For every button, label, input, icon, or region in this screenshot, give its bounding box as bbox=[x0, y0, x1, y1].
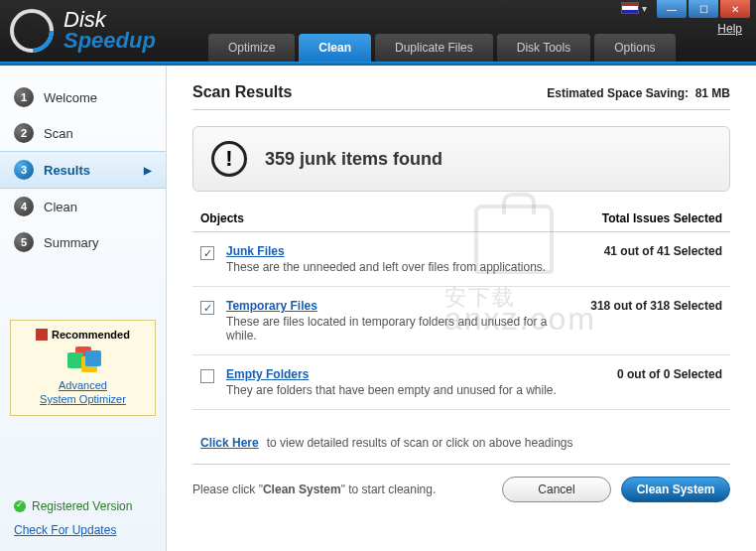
main-tabs: Optimize Clean Duplicate Files Disk Tool… bbox=[208, 34, 676, 62]
recommend-panel: Recommended AdvancedSystem Optimizer bbox=[10, 320, 156, 416]
action-footer: Please click "Clean System" to start cle… bbox=[192, 464, 730, 502]
step-results[interactable]: 3Results▶ bbox=[0, 151, 166, 189]
tab-optimize[interactable]: Optimize bbox=[208, 34, 295, 62]
row-empty-folders: Empty Folders They are folders that have… bbox=[192, 355, 730, 410]
registration-status: Registered Version bbox=[14, 499, 152, 513]
link-temp-files[interactable]: Temporary Files bbox=[226, 299, 317, 313]
step-clean[interactable]: 4Clean bbox=[0, 189, 166, 224]
checkbox-junk[interactable]: ✓ bbox=[200, 246, 214, 260]
recommend-icon bbox=[36, 329, 48, 341]
close-button[interactable]: ✕ bbox=[720, 0, 750, 18]
step-welcome[interactable]: 1Welcome bbox=[0, 79, 166, 115]
step-scan[interactable]: 2Scan bbox=[0, 115, 166, 151]
count-junk: 41 out of 41 Selected bbox=[604, 244, 722, 258]
checkbox-empty[interactable] bbox=[200, 369, 214, 383]
step-summary[interactable]: 5Summary bbox=[0, 224, 166, 260]
help-link[interactable]: Help bbox=[717, 22, 742, 36]
svg-point-3 bbox=[29, 28, 35, 34]
flag-icon bbox=[621, 2, 639, 14]
language-selector[interactable]: ▾ bbox=[621, 2, 647, 14]
titlebar: Disk Speedup ▾ — ☐ ✕ Help Optimize Clean… bbox=[0, 0, 756, 62]
link-junk-files[interactable]: Junk Files bbox=[226, 244, 285, 258]
tab-disktools[interactable]: Disk Tools bbox=[497, 34, 590, 62]
check-icon bbox=[14, 500, 26, 512]
result-summary: ! 359 junk items found bbox=[192, 126, 730, 192]
footer-hint: Please click "Clean System" to start cle… bbox=[192, 482, 436, 496]
sidebar: 1Welcome 2Scan 3Results▶ 4Clean 5Summary… bbox=[0, 66, 167, 551]
cancel-button[interactable]: Cancel bbox=[502, 477, 611, 502]
check-updates-link[interactable]: Check For Updates bbox=[14, 523, 116, 537]
gauge-icon bbox=[8, 7, 56, 55]
recommend-link[interactable]: AdvancedSystem Optimizer bbox=[19, 378, 147, 407]
minimize-button[interactable]: — bbox=[657, 0, 687, 18]
product-icon bbox=[67, 346, 99, 374]
tab-duplicate[interactable]: Duplicate Files bbox=[375, 34, 493, 62]
items-found: 359 junk items found bbox=[265, 149, 442, 170]
row-junk-files: ✓ Junk Files These are the unneeded and … bbox=[192, 232, 730, 287]
app-logo: Disk Speedup bbox=[0, 7, 156, 55]
tab-clean[interactable]: Clean bbox=[299, 34, 371, 62]
estimated-saving: Estimated Space Saving: 81 MB bbox=[547, 86, 730, 100]
checkbox-temp[interactable]: ✓ bbox=[200, 301, 214, 315]
link-empty-folders[interactable]: Empty Folders bbox=[226, 367, 309, 381]
maximize-button[interactable]: ☐ bbox=[689, 0, 718, 18]
click-here-link[interactable]: Click Here bbox=[200, 436, 259, 450]
count-temp: 318 out of 318 Selected bbox=[590, 299, 722, 313]
exclamation-icon: ! bbox=[211, 141, 247, 177]
detail-hint: Click Hereto view detailed results of sc… bbox=[192, 430, 730, 464]
app-name-2: Speedup bbox=[63, 31, 156, 52]
main-content: Scan Results Estimated Space Saving: 81 … bbox=[167, 66, 756, 551]
chevron-right-icon: ▶ bbox=[144, 165, 152, 176]
tab-options[interactable]: Options bbox=[594, 34, 675, 62]
count-empty: 0 out of 0 Selected bbox=[617, 367, 722, 381]
row-temp-files: ✓ Temporary Files These are files locate… bbox=[192, 287, 730, 355]
page-title: Scan Results bbox=[192, 83, 292, 101]
table-header: Objects Total Issues Selected bbox=[192, 211, 730, 232]
clean-system-button[interactable]: Clean System bbox=[621, 477, 730, 502]
